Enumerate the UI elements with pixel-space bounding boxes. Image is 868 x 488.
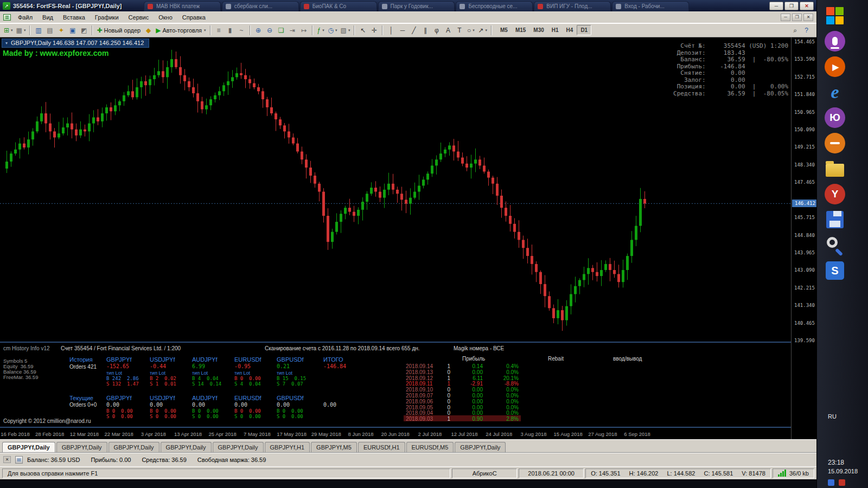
chart-candles-button[interactable]: ▮ [225, 24, 236, 36]
chart-symbol-bar[interactable]: ▾ GBPJPYf,Daily 146.638 147.007 146.250 … [2, 38, 149, 48]
date-axis[interactable]: 16 Feb 201828 Feb 201812 Mar 201822 Mar … [0, 427, 791, 439]
mdi-minimize-button[interactable]: ─ [781, 14, 790, 21]
candle-body [301, 151, 303, 159]
chart-line-button[interactable]: ~ [236, 24, 247, 36]
zoom-out-button[interactable]: ⊖ [264, 24, 276, 36]
taskbar-icon-search-tool[interactable] [824, 234, 846, 256]
new-order-button[interactable]: ✚Новый ордер [95, 24, 143, 36]
menu-help[interactable]: Справка [177, 12, 210, 23]
background-tab[interactable]: Беспроводные се... [456, 1, 533, 11]
metaeditor-button[interactable]: ◆ [143, 24, 154, 36]
background-tab[interactable]: сбербанк сли... [222, 1, 299, 11]
candle-body [396, 190, 399, 194]
chart-tab[interactable]: GBPJPYf,Daily [213, 442, 264, 452]
menu-file[interactable]: Файл [13, 12, 37, 23]
taskbar-icon-voice-recorder[interactable] [824, 30, 846, 53]
search-button[interactable]: ⌕ [789, 24, 801, 36]
cursor-button[interactable]: ↖ [357, 24, 368, 36]
menu-view[interactable]: Вид [37, 12, 58, 23]
timeframe-h1[interactable]: H1 [548, 25, 563, 35]
timeframe-d1[interactable]: D1 [577, 25, 591, 35]
background-tab[interactable]: МАВ НВК платеж [144, 1, 221, 11]
candle-body [322, 192, 325, 216]
profiles-button[interactable]: ▦▾ [15, 24, 28, 36]
mdi-close-button[interactable]: ✕ [803, 14, 813, 21]
chart-tab[interactable]: GBPJPYf,M5 [311, 442, 357, 452]
minimize-button[interactable]: ─ [769, 2, 783, 10]
terminal-close-button[interactable]: ✕ [3, 456, 11, 463]
price-tick: 145.715 [794, 215, 815, 220]
chart-tab[interactable]: GBPJPYf,Daily [56, 442, 107, 452]
candle-body [361, 202, 364, 210]
close-button[interactable]: ✕ [800, 2, 814, 10]
text-button[interactable]: A [442, 24, 454, 36]
new-chart-button[interactable]: ⊞▾ [2, 24, 15, 36]
timeframe-h4[interactable]: H4 [563, 25, 577, 35]
zoom-in-button[interactable]: ⊕ [253, 24, 264, 36]
language-indicator[interactable]: RU [828, 413, 868, 420]
background-tab[interactable]: Вход - Рабочи... [612, 1, 689, 11]
menu-tools[interactable]: Сервис [124, 12, 154, 23]
channel-button[interactable]: ∥ [419, 24, 431, 36]
background-tab[interactable]: ВИП ИГУ - Плод... [534, 1, 611, 11]
timeframe-m15[interactable]: M15 [512, 25, 529, 35]
hline-button[interactable]: ─ [397, 24, 408, 36]
taskbar-icon-save-tool[interactable] [824, 208, 846, 231]
price-axis[interactable]: 154.465153.590152.715151.840150.965150.0… [791, 37, 816, 439]
vline-button[interactable]: │ [385, 24, 397, 36]
taskbar-icon-media-player[interactable]: ▶ [824, 55, 846, 78]
templates-button[interactable]: ▧▾ [339, 24, 352, 36]
timeframe-m5[interactable]: M5 [496, 25, 512, 35]
connection-bars-icon [778, 470, 786, 477]
title-bar[interactable]: ↗ 355454: FortFS-Real - [GBPJPYf,Daily] … [0, 0, 816, 11]
chart-tab[interactable]: GBPJPYf,Daily [161, 442, 212, 452]
arrows-button[interactable]: ↗▾ [476, 24, 489, 36]
tile-windows-button[interactable]: ❏ [276, 24, 287, 36]
div-part: Ю [825, 107, 845, 128]
taskbar-icon-yandex-browser[interactable]: Y [824, 183, 846, 206]
menu-charts[interactable]: Графики [90, 12, 124, 23]
shapes-button[interactable]: ○▾ [465, 24, 476, 36]
market-watch-button[interactable]: ▥ [33, 24, 44, 36]
indicators-button[interactable]: ƒ▾ [315, 24, 327, 36]
chart-tab[interactable]: GBPJPYf,Daily [2, 442, 55, 452]
tip-label: тип Lot [150, 370, 165, 376]
taskbar-icon-file-manager[interactable] [824, 157, 846, 180]
div-part [827, 237, 838, 248]
trendline-button[interactable]: ╱ [408, 24, 419, 36]
periods-button[interactable]: ◷▾ [327, 24, 339, 36]
navigator-button[interactable]: ✦ [55, 24, 67, 36]
chart-tab[interactable]: GBPJPYf,H1 [265, 442, 310, 452]
chart-tab[interactable]: EURUSDf,H1 [358, 442, 405, 452]
clock-time[interactable]: 23:18 [828, 459, 868, 466]
menu-insert[interactable]: Вставка [58, 12, 90, 23]
quick-help-button[interactable]: ? [801, 24, 812, 36]
tray-display[interactable] [828, 479, 834, 486]
tray-alert[interactable] [839, 479, 845, 486]
strategy-tester-button[interactable]: ◩ [78, 24, 90, 36]
chart-bars-button[interactable]: ≡ [213, 24, 225, 36]
clock-date[interactable]: 15.09.2018 [828, 468, 868, 474]
taskbar-icon-internet-explorer[interactable]: e [824, 81, 846, 104]
label-button[interactable]: T [454, 24, 465, 36]
chart-tab[interactable]: EURUSDf,M5 [406, 442, 454, 452]
background-tab[interactable]: Парк у Годовик... [378, 1, 455, 11]
taskbar-icon-skype[interactable]: S [824, 259, 846, 282]
menu-window[interactable]: Окно [154, 12, 177, 23]
taskbar-icon-start[interactable] [824, 4, 846, 27]
background-tab[interactable]: БиоПАК & Co [300, 1, 377, 11]
chart-tab[interactable]: GBPJPYf,Daily [108, 442, 159, 452]
chart-tab[interactable]: GBPJPYf,Daily [455, 442, 506, 452]
maximize-button[interactable]: ❐ [784, 2, 799, 10]
timeframe-m30[interactable]: M30 [529, 25, 547, 35]
chart-shift-button[interactable]: ↦ [298, 24, 310, 36]
crosshair-button[interactable]: ✛ [368, 24, 380, 36]
terminal-button[interactable]: ▣ [67, 24, 78, 36]
mdi-restore-button[interactable]: ❐ [792, 14, 802, 21]
autotrade-button[interactable]: ▶Авто-торговля▾ [154, 24, 207, 36]
taskbar-icon-yandex-disk[interactable] [824, 132, 846, 155]
taskbar-icon-yandex-music[interactable]: Ю [824, 106, 846, 129]
fibo-button[interactable]: φ [431, 24, 442, 36]
auto-scroll-button[interactable]: ⇥ [287, 24, 298, 36]
data-window-button[interactable]: ▤ [44, 24, 55, 36]
